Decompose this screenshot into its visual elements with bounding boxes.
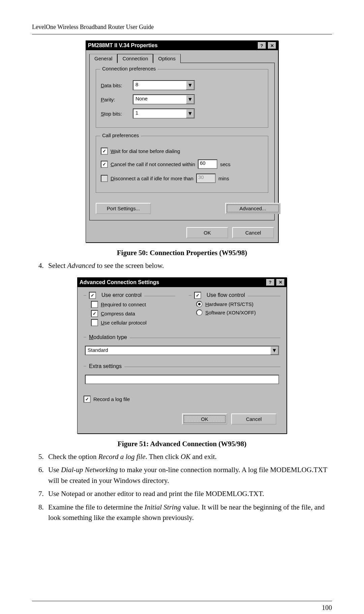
cancel-call-unit: secs [220,161,231,167]
t: Record a log file [98,453,146,461]
checkbox-icon[interactable] [101,175,108,182]
cancel-call-row[interactable]: ✓ Cancel the call if not connected withi… [101,159,263,169]
step-4: Select Advanced to see the screen below. [46,260,332,271]
tab-options[interactable]: Options [153,54,181,63]
software-label: Software (XON/XOFF) [205,310,256,315]
tab-pane: Connection preferences Data bits: 8 ▼ Pa… [89,63,275,220]
dialog-title: Advanced Connection Settings [80,279,159,285]
t: Use [48,466,61,474]
wait-dialtone-label: Wait for dial tone before dialing [111,148,180,154]
hardware-row[interactable]: Hardware (RTS/CTS) [196,301,280,307]
chevron-down-icon[interactable]: ▼ [186,95,194,104]
data-bits-select[interactable]: 8 ▼ [133,80,195,90]
t: OK [181,453,190,461]
use-flow-control-label: Use flow control [207,292,245,298]
checkbox-icon[interactable] [91,301,98,308]
figure-caption-51: Figure 51: Advanced Connection (W95/98) [32,440,332,448]
use-error-control-label: Use error control [101,292,142,298]
hardware-label: Hardware (RTS/CTS) [205,301,253,307]
data-bits-label: Data bits: [101,83,133,88]
checkbox-icon[interactable]: ✓ [89,292,96,299]
cancel-call-label: Cancel the call if not connected within [111,161,195,167]
header-rule [32,34,332,34]
disconnect-idle-unit: mins [218,176,229,181]
tab-general[interactable]: General [89,54,117,63]
ok-button[interactable]: OK [186,227,228,238]
compress-row[interactable]: ✓ Compress data [91,310,175,317]
connection-properties-dialog: PM288MT II V.34 Properties ? ✕ General C… [86,40,278,243]
modulation-legend: Modulation type [89,334,127,340]
tabstrip: General Connection Options [86,50,278,63]
group-call-preferences: Call preferences ✓ Wait for dial tone be… [96,136,268,193]
close-icon[interactable]: ✕ [276,279,284,286]
step4-text: Select [48,262,67,270]
close-icon[interactable]: ✕ [268,42,276,49]
t: and exit. [190,453,217,461]
port-settings-button[interactable]: Port Settings... [96,203,151,214]
checkbox-icon[interactable]: ✓ [84,396,91,403]
t: Examine the file to determine the [48,503,145,511]
error-control-group: ✓ Use error control Required to connect … [84,292,175,328]
step-7: Use Notepad or another editor to read an… [46,489,332,499]
step-6: Use Dial-up Networking to make your on-l… [46,465,332,486]
flow-control-group: ✓ Use flow control Hardware (RTS/CTS) So… [189,292,280,328]
checkbox-icon[interactable]: ✓ [101,161,108,168]
tab-connection[interactable]: Connection [117,54,153,63]
record-log-label: Record a log file [93,396,130,402]
cancel-button[interactable]: Cancel [232,227,274,238]
t: Dial-up Networking [61,466,118,474]
cellular-label: Use cellular protocol [101,320,147,326]
step4-em: Advanced [67,262,95,270]
advanced-button[interactable]: Advanced... [225,203,280,214]
parity-label: Parity: [101,97,133,102]
checkbox-icon[interactable] [91,319,98,326]
chevron-down-icon[interactable]: ▼ [270,346,278,355]
help-icon[interactable]: ? [258,42,266,49]
extra-settings-legend: Extra settings [89,363,122,369]
step-5: Check the option Record a log file. Then… [46,452,332,462]
dialog-title: PM288MT II V.34 Properties [88,42,158,49]
cancel-button[interactable]: Cancel [231,413,276,425]
required-label: Required to connect [101,302,146,307]
radio-icon[interactable] [196,309,203,316]
figure-caption-50: Figure 50: Connection Properties (W95/98… [32,249,332,257]
cancel-call-input[interactable]: 60 [198,159,217,169]
chevron-down-icon[interactable]: ▼ [186,81,194,90]
data-bits-value: 8 [133,81,186,90]
disconnect-idle-row[interactable]: Disconnect a call if idle for more than … [101,174,263,183]
checkbox-icon[interactable]: ✓ [101,148,108,155]
disconnect-idle-label: Disconnect a call if idle for more than [111,176,193,181]
t: Initial String [145,503,181,511]
checkbox-icon[interactable]: ✓ [91,310,98,317]
stop-bits-value: 1 [133,109,186,118]
required-row[interactable]: Required to connect [91,301,175,308]
compress-label: Compress data [101,311,135,316]
disconnect-idle-input: 30 [196,174,216,183]
cellular-row[interactable]: Use cellular protocol [91,319,175,326]
help-icon[interactable]: ? [266,279,274,286]
wait-dialtone-row[interactable]: ✓ Wait for dial tone before dialing [101,148,263,155]
checkbox-icon[interactable]: ✓ [194,292,201,299]
titlebar: Advanced Connection Settings ? ✕ [78,278,286,287]
step4-post: to see the screen below. [95,262,164,270]
t: . Then click [146,453,181,461]
ok-button[interactable]: OK [182,413,227,425]
parity-select[interactable]: None ▼ [133,94,195,104]
header-text: LevelOne Wireless Broadband Router User … [32,24,332,31]
modulation-select[interactable]: Standard ▼ [85,346,279,355]
modulation-value: Standard [86,346,270,355]
software-row[interactable]: Software (XON/XOFF) [196,309,280,316]
page-number: 100 [32,604,332,612]
legend-call-preferences: Call preferences [100,132,141,138]
radio-icon[interactable] [196,301,203,307]
step-8: Examine the file to determine the Initia… [46,502,332,523]
advanced-connection-dialog: Advanced Connection Settings ? ✕ ✓ Use e… [77,277,287,434]
footer-rule [32,601,332,601]
chevron-down-icon[interactable]: ▼ [186,109,194,118]
stop-bits-label: Stop bits: [101,111,133,117]
record-log-row[interactable]: ✓ Record a log file [84,396,280,403]
stop-bits-select[interactable]: 1 ▼ [133,109,195,119]
parity-value: None [133,95,186,104]
extra-settings-input[interactable] [85,375,279,384]
legend-connection-preferences: Connection preferences [100,66,158,71]
